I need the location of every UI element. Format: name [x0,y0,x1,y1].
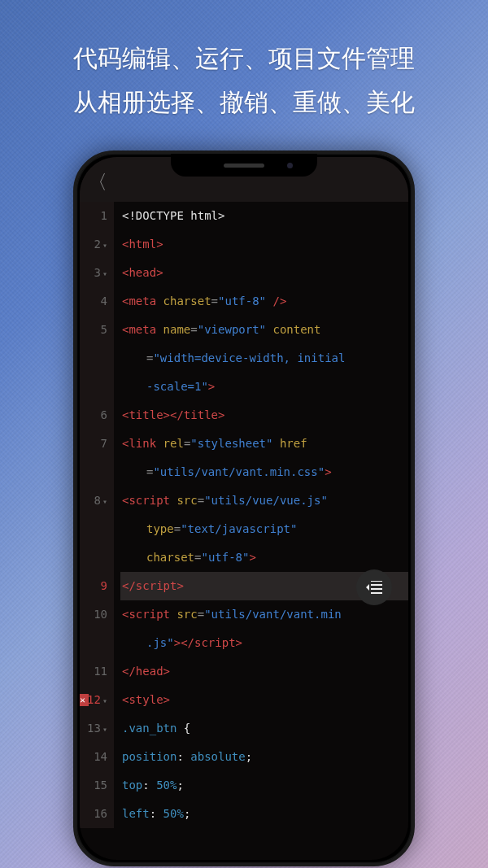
code-token: = [174,522,181,535]
gutter-line: 16 [80,800,107,828]
code-token: <style> [122,693,170,706]
code-line[interactable]: type="text/javascript" [120,515,408,543]
code-token: = [190,323,197,336]
code-token: "width=device-width, initial [153,351,345,364]
line-number: 9 [101,579,107,592]
line-number: 14 [94,750,107,763]
code-token: ; [184,807,190,820]
gutter-line [80,629,107,657]
outdent-button[interactable] [356,569,392,605]
code-line[interactable]: left: 50%; [120,800,408,828]
code-token: src [176,608,197,621]
code-line[interactable]: <!DOCTYPE html> [120,202,408,230]
code-line[interactable]: <head> [120,259,408,287]
line-number: 2 [94,238,101,251]
code-token: rel [163,437,184,450]
code-token: 50% [163,807,184,820]
code-line[interactable]: <html> [120,230,408,259]
gutter-line: 7 [80,430,107,458]
gutter-line: 2▾ [80,230,107,259]
code-token: ></script> [174,636,242,649]
code-token: { [176,722,190,735]
code-token: : [176,750,190,763]
code-line[interactable]: .js"></script> [120,629,408,657]
gutter-line: 1 [80,202,107,230]
code-line[interactable]: </head> [120,657,408,686]
code-token: : [142,779,156,792]
code-line[interactable]: <meta name="viewport" content [120,316,408,344]
gutter-line: 14 [80,743,107,771]
code-line[interactable]: <style> [120,686,408,714]
code-token: </script> [122,579,184,592]
line-number: 8 [94,494,101,507]
gutter-line: 13▾ [80,714,107,743]
code-token: charset [146,551,194,564]
promo-line-1: 代码编辑、运行、项目文件管理 [0,37,488,81]
code-token: position [122,750,176,763]
fold-icon[interactable]: ▾ [102,725,107,734]
code-token: "utils/vant/vant.min.css" [153,465,325,478]
gutter-line: 4 [80,287,107,316]
promo-text: 代码编辑、运行、项目文件管理 从相册选择、撤销、重做、美化 [0,37,488,124]
code-token: ; [176,779,183,792]
line-number: 6 [101,408,107,421]
code-editor[interactable]: 12▾3▾45678▾91011✕12▾13▾141516 <!DOCTYPE … [80,202,408,828]
code-token: "viewport" [198,323,266,336]
code-line[interactable]: position: absolute; [120,743,408,771]
gutter-line: 10 [80,600,107,629]
code-token: content [266,323,320,336]
gutter-line [80,515,107,543]
fold-icon[interactable]: ▾ [102,241,107,250]
code-token: ; [246,750,252,763]
phone-notch [171,154,317,177]
line-number: 7 [101,437,107,450]
code-token: .van_btn [122,722,176,735]
code-line[interactable]: <script src="utils/vant/vant.min [120,600,408,629]
code-line[interactable]: charset="utf-8"> [120,543,408,572]
code-line[interactable]: .van_btn { [120,714,408,743]
code-token: "utils/vue/vue.js" [204,494,328,507]
gutter-line [80,373,107,401]
code-token: <script [122,494,176,507]
code-line[interactable]: ="utils/vant/vant.min.css"> [120,458,408,486]
code-token: <head> [122,266,163,279]
gutter-line: 15 [80,771,107,800]
code-line[interactable]: -scale=1"> [120,373,408,401]
line-number: 13 [87,722,101,735]
code-token: = [211,294,218,308]
line-number: 3 [94,266,101,279]
code-token: top [122,779,142,792]
gutter-line: 11 [80,657,107,686]
back-icon[interactable]: 〈 [88,169,107,195]
line-number: 12 [87,693,101,706]
code-line[interactable]: <script src="utils/vue/vue.js" [120,486,408,515]
editor-gutter: 12▾3▾45678▾91011✕12▾13▾141516 [80,202,114,828]
line-number: 15 [94,779,107,792]
code-token: "stylesheet" [190,437,272,450]
gutter-line: 3▾ [80,259,107,287]
code-token: > [249,551,255,564]
code-token: : [150,807,163,820]
gutter-line: 8▾ [80,486,107,515]
code-token: "utf-8" [201,551,249,564]
code-line[interactable]: <title></title> [120,401,408,430]
gutter-line: ✕12▾ [80,686,107,714]
gutter-line: 5 [80,316,107,344]
fold-icon[interactable]: ▾ [102,497,107,506]
line-number: 11 [94,665,107,678]
line-number: 1 [101,209,107,222]
editor-code-area[interactable]: <!DOCTYPE html><html><head><meta charset… [114,202,408,828]
fold-icon[interactable]: ▾ [102,696,107,705]
code-token: "utils/vant/vant.min [204,608,342,621]
code-token: = [198,494,204,507]
code-line[interactable]: <link rel="stylesheet" href [120,430,408,458]
code-line[interactable]: <meta charset="utf-8" /> [120,287,408,316]
code-token: .js" [146,636,174,649]
code-token: absolute [190,750,245,763]
code-line[interactable]: ="width=device-width, initial [120,344,408,373]
code-line[interactable]: top: 50%; [120,771,408,800]
fold-icon[interactable]: ▾ [102,269,107,278]
phone-screen: 〈 12▾3▾45678▾91011✕12▾13▾141516 <!DOCTYP… [80,157,408,860]
code-token: type [146,522,174,535]
line-number: 4 [101,294,107,308]
